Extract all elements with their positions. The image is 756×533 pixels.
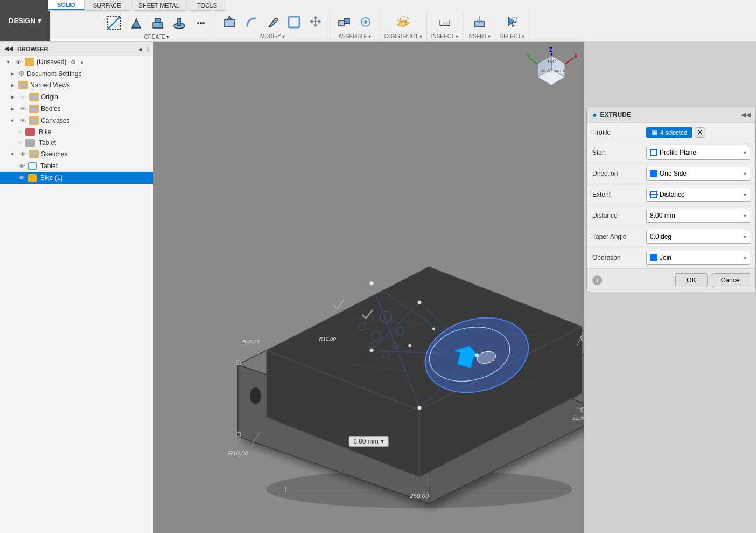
folder-bodies-icon — [29, 105, 39, 113]
assemble-joint-btn[interactable] — [356, 12, 375, 32]
browser-item-sketches[interactable]: ▼ 👁 Sketches — [0, 148, 153, 160]
tab-solid[interactable]: SOLID — [48, 0, 85, 10]
expand-doc-settings-icon: ▶ — [9, 70, 16, 78]
browser-pin-icon[interactable]: | — [147, 46, 149, 52]
viewport[interactable]: X Y Z TOP FRONT RIGHT — [153, 42, 584, 533]
browser-item-bodies[interactable]: ▶ 👁 Bodies — [0, 103, 153, 115]
unsaved-settings-icon[interactable]: ⚙ — [71, 59, 76, 66]
cancel-button[interactable]: Cancel — [712, 273, 750, 287]
extrude-title: EXTRUDE — [600, 111, 667, 119]
eye-canvases-icon[interactable]: 👁 — [18, 116, 27, 125]
assemble-icons — [334, 12, 375, 32]
create-more-btn[interactable] — [191, 13, 211, 33]
folder-origin-icon — [29, 93, 39, 101]
modify-move-btn[interactable] — [306, 12, 325, 32]
browser-item-sketch-bike[interactable]: 👁 Bike (1) — [0, 172, 153, 184]
insert-btn[interactable] — [470, 12, 489, 32]
dimension-dropdown-icon[interactable]: ▾ — [381, 438, 384, 445]
sketch-bike-label: Bike (1) — [40, 174, 62, 182]
direction-value: One Side — [660, 170, 687, 177]
expand-unsaved-icon: ▼ — [4, 58, 12, 66]
assemble-new-component-btn[interactable] — [334, 12, 354, 32]
create-revolve-btn[interactable] — [170, 13, 189, 33]
operation-dropdown[interactable]: Join ▾ — [646, 251, 750, 265]
extent-dropdown[interactable]: Distance ▾ — [646, 188, 750, 202]
tab-surface[interactable]: SURFACE — [85, 0, 130, 10]
browser-item-canvas-bike[interactable]: 👁 Bike — [0, 127, 153, 137]
browser-item-canvases[interactable]: ▼ 👁 Canvases — [0, 115, 153, 127]
extent-distance-icon — [650, 191, 657, 198]
modify-shell-btn[interactable] — [284, 12, 304, 32]
modify-chamfer-btn[interactable] — [263, 12, 282, 32]
eye-sketches-icon[interactable]: 👁 — [18, 150, 27, 158]
construct-group-label[interactable]: CONSTRUCT ▾ — [384, 33, 422, 39]
assemble-group-label[interactable]: ASSEMBLE ▾ — [338, 33, 371, 39]
create-group-label[interactable]: CREATE ▾ — [144, 34, 169, 40]
select-group-label[interactable]: SELECT ▾ — [500, 33, 524, 39]
create-extrude-btn[interactable] — [148, 13, 167, 33]
eye-canvas-tablet-icon[interactable]: 👁 — [17, 140, 23, 146]
browser-options-icon[interactable]: ● — [139, 46, 143, 52]
inspect-group-label[interactable]: INSPECT ▾ — [431, 33, 458, 39]
construct-arrow-icon: ▾ — [419, 33, 422, 39]
svg-text:21.00: 21.00 — [572, 415, 584, 421]
design-arrow-icon: ▾ — [38, 17, 41, 25]
eye-sketch-tablet-icon[interactable]: 👁 — [17, 162, 26, 170]
ok-button[interactable]: OK — [675, 273, 707, 287]
design-button[interactable]: DESIGN ▾ — [0, 0, 50, 41]
svg-point-8 — [202, 22, 205, 24]
tab-tools[interactable]: TOOLS — [188, 0, 226, 10]
browser-panel: ◀◀ BROWSER ● | ▼ 👁 (Unsaved) ⚙ ● ▶ ⚙ Doc… — [0, 42, 153, 533]
unsaved-more-icon[interactable]: ● — [80, 59, 83, 65]
svg-rect-5 — [178, 18, 181, 26]
tab-sheet-metal[interactable]: SHEET METAL — [130, 0, 188, 10]
eye-sketch-bike-icon[interactable]: 👁 — [17, 174, 26, 182]
eye-canvas-bike-icon[interactable]: 👁 — [17, 129, 23, 135]
svg-point-56 — [417, 406, 421, 410]
select-btn[interactable] — [502, 12, 522, 32]
assemble-arrow-icon: ▾ — [368, 33, 371, 39]
browser-item-sketch-tablet[interactable]: 👁 Tablet — [0, 160, 153, 172]
direction-dropdown[interactable]: One Side ▾ — [646, 167, 750, 181]
modify-fillet-btn[interactable] — [241, 12, 261, 32]
modify-press-pull-btn[interactable] — [220, 12, 239, 32]
modify-group-label[interactable]: MODIFY ▾ — [260, 33, 285, 39]
extrude-profile-row: Profile 4 selected ✕ — [587, 123, 755, 142]
create-sketch-btn[interactable] — [103, 12, 124, 34]
browser-item-unsaved[interactable]: ▼ 👁 (Unsaved) ⚙ ● — [0, 56, 153, 68]
info-icon[interactable]: i — [592, 275, 602, 285]
browser-item-named-views[interactable]: ▶ Named Views — [0, 79, 153, 91]
create-form-btn[interactable] — [127, 13, 146, 33]
direction-label: Direction — [592, 170, 646, 177]
profile-selected-button[interactable]: 4 selected — [646, 127, 692, 138]
eye-bodies-icon[interactable]: 👁 — [18, 105, 27, 113]
inspect-measure-btn[interactable] — [435, 12, 454, 32]
taper-input[interactable]: 0.0 deg ▾ — [646, 230, 750, 244]
direction-dropdown-arrow: ▾ — [744, 171, 746, 177]
profile-selected-count: 4 selected — [660, 129, 687, 136]
distance-input[interactable]: 8.00 mm ▾ — [646, 209, 750, 223]
profile-clear-button[interactable]: ✕ — [695, 127, 705, 138]
construct-offset-plane-btn[interactable] — [394, 12, 413, 32]
svg-line-1 — [107, 17, 120, 30]
svg-rect-12 — [344, 18, 349, 24]
browser-expand-icon[interactable]: ◀◀ — [4, 45, 13, 52]
profile-label: Profile — [592, 129, 646, 136]
eye-unsaved-icon[interactable]: 👁 — [14, 58, 23, 66]
browser-item-canvas-tablet[interactable]: 👁 Tablet — [0, 137, 153, 148]
sketch-tablet-icon — [28, 162, 37, 170]
select-arrow-icon: ▾ — [522, 33, 524, 39]
doc-settings-label: Document Settings — [27, 70, 81, 78]
browser-item-doc-settings[interactable]: ▶ ⚙ Document Settings — [0, 68, 153, 79]
taper-value-container: 0.0 deg ▾ — [646, 230, 750, 244]
eye-origin-icon[interactable]: 👁 — [18, 93, 27, 101]
start-value: Profile Plane — [660, 149, 696, 156]
panel-collapse-button[interactable]: ◀◀ — [741, 110, 750, 119]
start-dropdown[interactable]: Profile Plane ▾ — [646, 146, 750, 160]
extrude-operation-row: Operation Join ▾ — [587, 247, 755, 268]
extrude-start-row: Start Profile Plane ▾ — [587, 142, 755, 163]
browser-item-origin[interactable]: ▶ 👁 Origin — [0, 91, 153, 103]
insert-group-label[interactable]: INSERT ▾ — [467, 33, 491, 39]
inspect-icons — [435, 12, 454, 32]
design-label: DESIGN — [9, 17, 36, 25]
